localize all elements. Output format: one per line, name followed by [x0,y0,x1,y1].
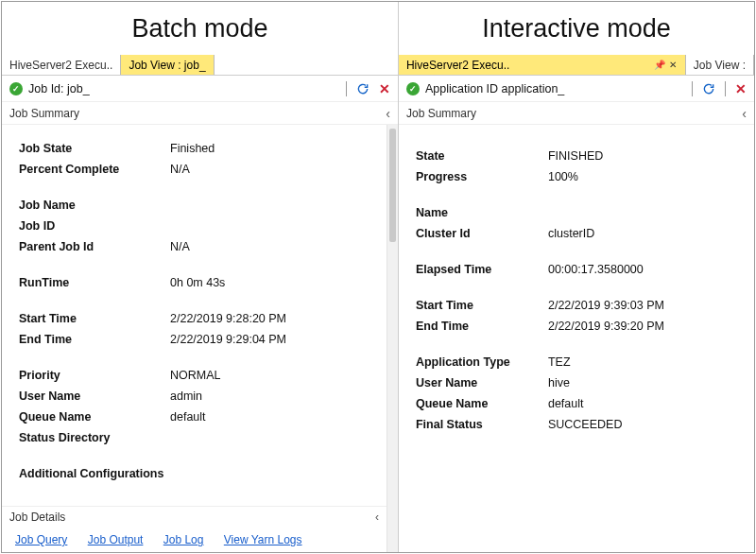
pin-icon[interactable]: 📌 [655,61,664,70]
row-status-dir: Status Directory [19,427,377,448]
batch-summary-content: Job StateFinished Percent CompleteN/A Jo… [2,125,398,492]
row-job-name: Job Name [19,195,377,216]
cancel-icon[interactable]: ✕ [735,82,747,95]
link-job-query[interactable]: Job Query [15,533,67,546]
tab-hiveserver2[interactable]: HiveServer2 Execu.. 📌 ✕ [399,55,686,76]
link-job-log[interactable]: Job Log [163,533,204,546]
job-id-label: Job Id: job_ [28,82,90,95]
scrollbar[interactable] [387,125,398,552]
toolbar-divider [725,81,726,96]
row-start-time: Start Time2/22/2019 9:28:20 PM [19,308,377,329]
row-percent-complete: Percent CompleteN/A [19,159,377,180]
refresh-icon[interactable] [702,82,715,95]
cancel-icon[interactable]: ✕ [379,82,390,95]
toolbar-divider [692,81,693,96]
row-job-id: Job ID [19,216,377,236]
tab-hiveserver2[interactable]: HiveServer2 Execu.. [2,55,121,76]
link-view-yarn-logs[interactable]: View Yarn Logs [224,533,302,546]
row-start-time: Start Time2/22/2019 9:39:03 PM [416,295,748,316]
job-summary-header[interactable]: Job Summary ‹ [2,102,398,125]
tab-job-view[interactable]: Job View : job_ [121,55,214,76]
interactive-mode-title: Interactive mode [399,2,754,55]
interactive-tabbar: HiveServer2 Execu.. 📌 ✕ Job View : [399,55,754,76]
row-name: Name [416,202,748,223]
row-runtime: RunTime0h 0m 43s [19,272,377,293]
close-icon[interactable]: ✕ [668,61,678,70]
tab-job-view[interactable]: Job View : [686,55,754,76]
scrollbar-thumb[interactable] [389,129,396,242]
chevron-left-icon: ‹ [386,102,390,125]
row-end-time: End Time2/22/2019 9:39:20 PM [416,316,748,337]
toolbar-divider [346,81,347,96]
batch-mode-title: Batch mode [2,2,398,55]
row-state: StateFINISHED [416,146,748,166]
application-id-label: Application ID application_ [425,82,564,95]
interactive-panel: Interactive mode HiveServer2 Execu.. 📌 ✕… [398,2,754,552]
batch-tabbar: HiveServer2 Execu.. Job View : job_ [2,55,398,76]
row-user-name: User Nameadmin [19,386,377,407]
row-parent-job-id: Parent Job IdN/A [19,236,377,257]
row-final-status: Final StatusSUCCEEDED [416,414,748,435]
row-cluster-id: Cluster IdclusterID [416,223,748,244]
chevron-left-icon: ‹ [742,102,747,125]
batch-panel: Batch mode HiveServer2 Execu.. Job View … [2,2,398,552]
row-queue-name: Queue Namedefault [416,393,748,414]
interactive-toolbar: ✓ Application ID application_ ✕ [399,76,754,102]
refresh-icon[interactable] [356,82,369,95]
job-details-header[interactable]: Job Details ‹ [2,506,387,528]
success-icon: ✓ [9,82,23,95]
row-job-state: Job StateFinished [19,138,377,159]
job-summary-header[interactable]: Job Summary ‹ [399,102,754,125]
row-app-type: Application TypeTEZ [416,352,748,372]
interactive-body: StateFINISHED Progress100% Name Cluster … [399,125,754,552]
row-queue-name: Queue Namedefault [19,407,377,427]
comparison-container: Batch mode HiveServer2 Execu.. Job View … [1,1,755,553]
row-additional-conf: Additional Configurations [19,463,377,484]
job-detail-links: Job Query Job Output Job Log View Yarn L… [2,528,387,552]
link-job-output[interactable]: Job Output [88,533,144,546]
row-end-time: End Time2/22/2019 9:29:04 PM [19,329,377,350]
batch-body: Job StateFinished Percent CompleteN/A Jo… [2,125,398,552]
interactive-summary-content: StateFINISHED Progress100% Name Cluster … [399,125,754,442]
success-icon: ✓ [406,82,420,95]
batch-toolbar: ✓ Job Id: job_ ✕ [2,76,398,102]
row-elapsed: Elapsed Time00:00:17.3580000 [416,259,748,280]
row-priority: PriorityNORMAL [19,365,377,386]
row-progress: Progress100% [416,166,748,187]
row-user-name: User Namehive [416,372,748,393]
